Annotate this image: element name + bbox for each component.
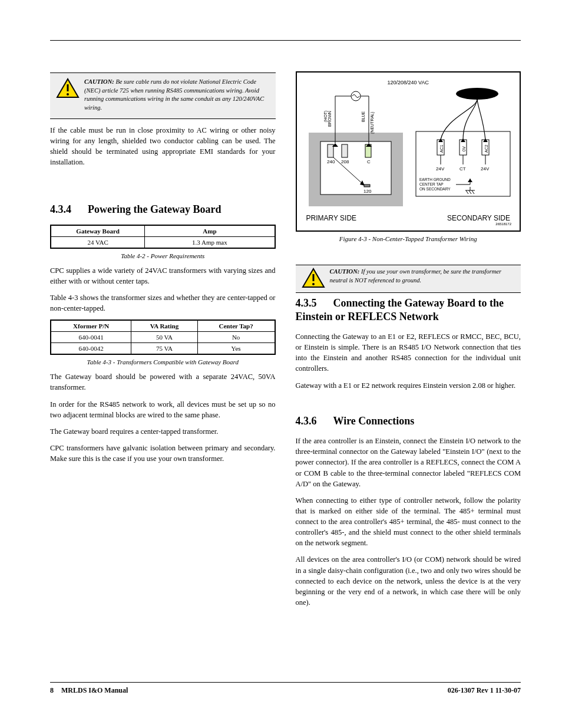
- table-header: VA Rating: [131, 320, 197, 332]
- svg-point-2: [67, 93, 69, 95]
- heading-4-3-6: 4.3.6Wire Connections: [296, 414, 521, 428]
- caution-text-left: CAUTION: Be sure cable runs do not viola…: [84, 78, 270, 113]
- svg-text:(NEUTRAL): (NEUTRAL): [370, 112, 375, 134]
- table-cell: 640-0042: [51, 343, 131, 355]
- svg-line-53: [472, 190, 474, 194]
- footer-left: 8 MRLDS I&O Manual: [50, 686, 128, 695]
- top-horizontal-rule: [50, 40, 521, 41]
- footer-right: 026-1307 Rev 1 11-30-07: [448, 686, 521, 695]
- paragraph: Table 4-3 shows the transformer sizes an…: [50, 292, 276, 314]
- table-cell: 75 VA: [131, 343, 197, 355]
- table-cell: No: [197, 332, 275, 343]
- svg-text:AC2: AC2: [484, 144, 488, 153]
- svg-rect-15: [342, 144, 348, 157]
- table-header: Center Tap?: [197, 320, 275, 332]
- table-row: 640-0041 50 VA No: [51, 332, 275, 343]
- svg-text:240: 240: [327, 159, 335, 164]
- heading-number: 4.3.4: [50, 203, 71, 215]
- paragraph: CPC transformers have galvanic isolation…: [50, 443, 276, 464]
- table-cell: 24 VAC: [51, 236, 145, 248]
- caution-text-right: CAUTION: If you use your own transformer…: [330, 268, 515, 285]
- table-4-3-caption: Table 4-3 - Transformers Compatible with…: [50, 358, 276, 365]
- svg-text:BROWN: BROWN: [328, 111, 332, 127]
- svg-text:AC1: AC1: [439, 144, 444, 153]
- caution-icon: [56, 78, 80, 99]
- table-cell: 50 VA: [131, 332, 197, 343]
- paragraph: CPC supplies a wide variety of 24VAC tra…: [50, 265, 276, 286]
- svg-rect-14: [328, 144, 333, 157]
- table-4-2-caption: Table 4-2 - Power Requirements: [50, 252, 276, 259]
- caution-box-right: CAUTION: If you use your own transformer…: [296, 265, 521, 293]
- table-cell: 640-0041: [51, 332, 131, 343]
- paragraph: If the cable must be run in close proxim…: [50, 125, 276, 168]
- figure-4-3: 120/208/240 VAC BROWN (HOT): [296, 71, 521, 232]
- paragraph: If the area controller is an Einstein, c…: [296, 436, 521, 489]
- page-footer: 8 MRLDS I&O Manual 026-1307 Rev 1 11-30-…: [50, 682, 521, 695]
- svg-text:CENTER TAP: CENTER TAP: [419, 182, 444, 186]
- paragraph: When connecting to either type of contro…: [296, 495, 521, 549]
- table-header: Xformer P/N: [51, 320, 131, 332]
- caution-lead: CAUTION:: [330, 268, 360, 275]
- page-number: 8: [50, 686, 54, 694]
- svg-point-56: [312, 283, 315, 285]
- table-4-3: Xformer P/N VA Rating Center Tap? 640-00…: [50, 319, 276, 355]
- svg-text:CT: CT: [459, 166, 466, 172]
- right-column: 120/208/240 VAC BROWN (HOT): [296, 73, 521, 614]
- svg-marker-48: [468, 179, 472, 182]
- two-column-layout: CAUTION: Be sure cable runs do not viola…: [50, 73, 521, 614]
- svg-text:EARTH GROUND: EARTH GROUND: [419, 177, 451, 182]
- caution-icon: [302, 268, 325, 289]
- paragraph: In order for the RS485 network to work, …: [50, 399, 276, 420]
- svg-text:120: 120: [363, 189, 372, 194]
- svg-text:0V: 0V: [462, 146, 466, 151]
- table-cell: Yes: [197, 343, 275, 355]
- svg-text:24V: 24V: [436, 166, 445, 172]
- table-row: 640-0042 75 VA Yes: [51, 343, 275, 355]
- manual-title: MRLDS I&O Manual: [61, 686, 128, 694]
- heading-4-3-5: 4.3.5Connecting the Gateway Board to the…: [296, 297, 521, 323]
- table-header: Amp: [145, 225, 275, 237]
- fig43-partno: 26518172: [303, 222, 514, 226]
- primary-side-diagram: BROWN (HOT) BLUE (NEUTRAL) 240 208 C: [303, 85, 409, 209]
- svg-rect-24: [364, 185, 370, 187]
- paragraph: The Gateway board should be powered with…: [50, 371, 276, 393]
- paragraph: Gateway with a E1 or E2 network requires…: [296, 380, 521, 391]
- heading-number: 4.3.5: [296, 297, 317, 309]
- fig43-top-label: 120/208/240 VAC: [303, 80, 514, 85]
- heading-title: Connecting the Gateway Board to the Eins…: [296, 297, 504, 322]
- heading-title: Powering the Gateway Board: [88, 203, 221, 215]
- svg-line-51: [466, 190, 468, 194]
- svg-text:(HOT): (HOT): [323, 111, 328, 122]
- caution-box-left: CAUTION: Be sure cable runs do not viola…: [50, 73, 276, 119]
- table-cell: 1.3 Amp max: [145, 236, 275, 248]
- svg-text:24V: 24V: [481, 166, 490, 172]
- table-row: 24 VAC 1.3 Amp max: [51, 236, 275, 248]
- svg-text:C: C: [367, 159, 371, 164]
- heading-title: Wire Connections: [333, 415, 415, 427]
- heading-4-3-4: 4.3.4Powering the Gateway Board: [50, 203, 276, 216]
- figure-4-3-caption: Figure 4-3 - Non-Center-Tapped Transform…: [296, 235, 521, 242]
- table-4-2: Gateway Board Amp 24 VAC 1.3 Amp max: [50, 225, 276, 249]
- svg-line-52: [469, 190, 471, 194]
- svg-text:208: 208: [341, 159, 349, 164]
- fig43-secondary-caption: SECONDARY SIDE: [447, 214, 510, 222]
- fig43-primary-caption: PRIMARY SIDE: [306, 214, 357, 222]
- svg-text:ON SECONDARY: ON SECONDARY: [419, 187, 451, 191]
- left-column: CAUTION: Be sure cable runs do not viola…: [50, 73, 276, 614]
- svg-point-27: [456, 88, 498, 100]
- table-header: Gateway Board: [51, 225, 145, 237]
- paragraph: Connecting the Gateway to an E1 or E2, R…: [296, 331, 521, 374]
- secondary-side-diagram: AC1 0V AC2 24V CT 24V EARTH GROUND CENTE…: [412, 85, 514, 209]
- svg-text:BLUE: BLUE: [361, 111, 365, 122]
- paragraph: The Gateway board requires a center-tapp…: [50, 426, 276, 437]
- paragraph: All devices on the area controller's I/O…: [296, 554, 521, 608]
- caution-lead: CAUTION:: [84, 78, 114, 85]
- heading-number: 4.3.6: [296, 415, 317, 427]
